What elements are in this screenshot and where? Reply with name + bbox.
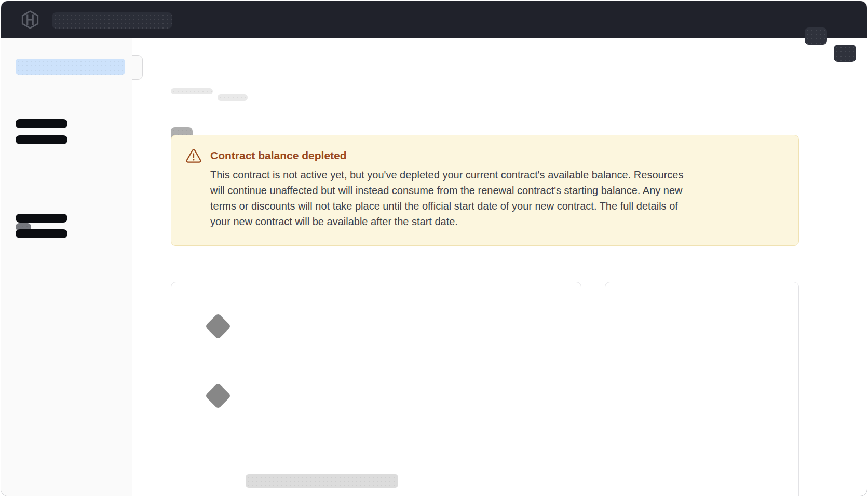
search-input-skeleton[interactable] xyxy=(52,12,172,29)
navbar-action-skeleton-2[interactable] xyxy=(834,45,856,62)
top-navbar xyxy=(1,1,867,38)
warning-triangle-icon xyxy=(186,149,201,163)
sidebar-item-skeleton[interactable] xyxy=(16,135,67,144)
alert-title: Contract balance depleted xyxy=(210,149,347,162)
hashicorp-logo-icon xyxy=(20,10,40,30)
sidebar-active-item-skeleton[interactable] xyxy=(16,59,125,75)
navbar-action-skeleton-1[interactable] xyxy=(805,27,827,45)
breadcrumb-item-skeleton[interactable] xyxy=(171,88,213,94)
list-card xyxy=(171,282,581,496)
sidebar xyxy=(1,38,132,496)
summary-card xyxy=(605,282,799,496)
sidebar-item-skeleton[interactable] xyxy=(16,229,67,238)
app-window: Contract balance depleted This contract … xyxy=(1,1,867,496)
sidebar-item-skeleton[interactable] xyxy=(16,214,67,223)
sidebar-collapse-toggle[interactable] xyxy=(132,55,143,80)
warning-alert: Contract balance depleted This contract … xyxy=(171,135,799,246)
sidebar-item-skeleton[interactable] xyxy=(16,119,67,128)
row-title-skeleton xyxy=(246,474,398,488)
breadcrumb-item-skeleton[interactable] xyxy=(218,94,248,101)
alert-body: This contract is not active yet, but you… xyxy=(210,167,781,229)
